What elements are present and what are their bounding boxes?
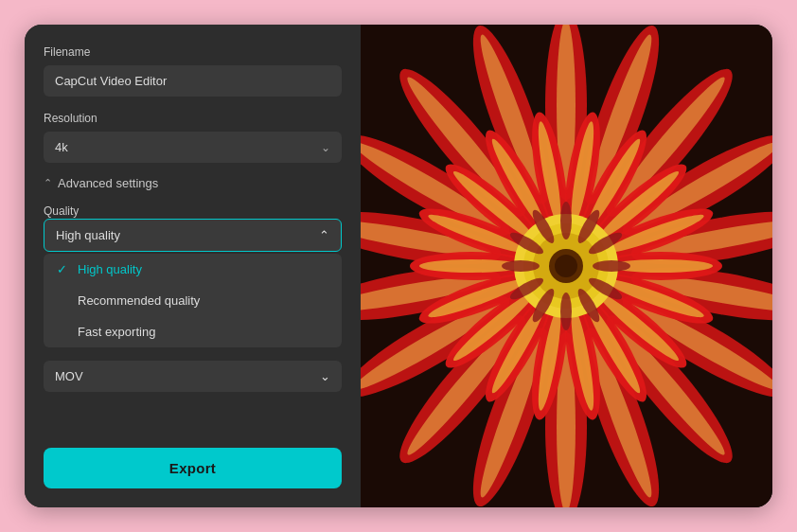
quality-selected-value: High quality <box>56 228 120 242</box>
resolution-label: Resolution <box>44 112 342 125</box>
resolution-value: 4k <box>55 140 68 154</box>
filename-input[interactable] <box>44 65 342 97</box>
quality-section: Quality High quality ⌃ ✓ High quality Re… <box>44 202 342 359</box>
svg-point-79 <box>593 260 630 272</box>
svg-point-85 <box>502 260 540 272</box>
main-card: Filename Resolution 4k ⌄ ⌃ Advanced sett… <box>25 25 772 507</box>
quality-option-recommended-label: Recommended quality <box>78 293 200 308</box>
svg-point-89 <box>555 255 577 277</box>
resolution-chevron-icon: ⌄ <box>321 141 330 154</box>
svg-point-82 <box>560 293 572 330</box>
advanced-arrow-icon: ⌃ <box>44 177 52 189</box>
check-icon: ✓ <box>57 262 70 276</box>
export-panel: Filename Resolution 4k ⌄ ⌃ Advanced sett… <box>25 25 361 507</box>
resolution-select[interactable]: 4k ⌄ <box>44 132 342 163</box>
format-chevron-icon: ⌄ <box>320 369 330 383</box>
quality-option-high-label: High quality <box>78 262 142 276</box>
format-value: MOV <box>55 369 83 383</box>
flower-preview <box>361 25 772 507</box>
advanced-settings-toggle[interactable]: ⌃ Advanced settings <box>44 176 342 190</box>
export-button[interactable]: Export <box>44 448 342 488</box>
quality-select[interactable]: High quality ⌃ <box>44 219 342 252</box>
quality-label: Quality <box>44 204 79 218</box>
quality-option-high[interactable]: ✓ High quality <box>44 254 342 285</box>
quality-option-fast[interactable]: Fast exporting <box>44 316 342 347</box>
svg-point-76 <box>560 202 572 239</box>
quality-dropdown: ✓ High quality Recommended quality Fast … <box>44 254 342 347</box>
flower-image <box>361 25 772 507</box>
advanced-settings-label: Advanced settings <box>58 176 158 190</box>
filename-label: Filename <box>44 45 342 59</box>
quality-option-recommended[interactable]: Recommended quality <box>44 285 342 316</box>
quality-option-fast-label: Fast exporting <box>78 325 155 339</box>
preview-panel <box>361 25 772 507</box>
format-select[interactable]: MOV ⌄ <box>44 361 342 392</box>
quality-chevron-icon: ⌃ <box>319 228 329 242</box>
